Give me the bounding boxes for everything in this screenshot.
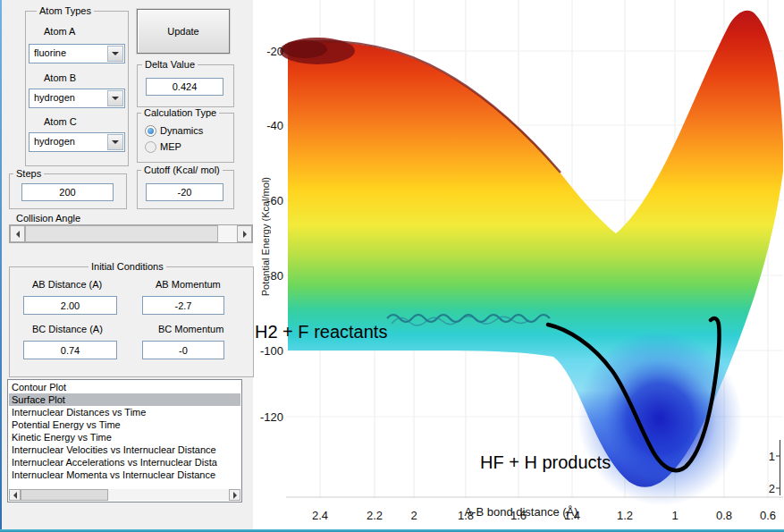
plot-area: -20 -40 -60 -80 -100 -120 Potential Ener… — [253, 0, 784, 532]
y-tick: -20 — [253, 45, 283, 58]
list-item-selected[interactable]: Surface Plot — [9, 393, 240, 406]
x-tick: 2.2 — [361, 509, 388, 522]
bc-tick: 2 — [766, 482, 775, 495]
dropdown-arrow-icon[interactable] — [107, 90, 123, 106]
x-tick: 2.4 — [307, 509, 333, 522]
ab-momentum-input[interactable] — [142, 296, 224, 315]
ab-distance-label: AB Distance (A) — [32, 279, 102, 290]
atom-a-label: Atom A — [44, 26, 75, 37]
steps-input[interactable] — [21, 183, 114, 201]
mep-radio[interactable] — [145, 141, 156, 153]
bc-tick: 1 — [766, 450, 775, 463]
list-item[interactable]: Internuclear Distances vs Time — [9, 406, 240, 418]
bc-distance-input[interactable] — [23, 341, 117, 359]
atom-c-label: Atom C — [44, 116, 77, 127]
bc-momentum-input[interactable] — [142, 341, 224, 359]
list-item[interactable]: Kinetic Energy vs Time — [9, 431, 240, 443]
dropdown-arrow-icon[interactable] — [107, 134, 123, 150]
scrollbar-thumb[interactable] — [21, 489, 108, 501]
atom-c-select[interactable]: hydrogen — [29, 132, 125, 152]
application-window: -20 -40 -60 -80 -100 -120 Potential Ener… — [0, 0, 784, 532]
dropdown-arrow-icon[interactable] — [107, 46, 123, 62]
x-tick: 0.6 — [754, 509, 781, 522]
list-item[interactable]: Internuclear Momenta vs Internuclear Dis… — [9, 469, 240, 481]
collision-angle-slider[interactable] — [9, 224, 253, 243]
reactants-annotation: H2 + F reactants — [255, 322, 387, 342]
update-button[interactable]: Update — [137, 9, 230, 54]
dynamics-radio[interactable] — [145, 125, 156, 137]
products-annotation: HF + H products — [480, 452, 611, 473]
listbox-hscrollbar[interactable] — [9, 489, 240, 501]
delta-value-group: Delta Value — [137, 64, 234, 107]
atom-b-value: hydrogen — [34, 92, 75, 103]
steps-group: Steps — [9, 173, 127, 209]
atom-b-label: Atom B — [44, 72, 76, 83]
steps-title: Steps — [13, 168, 44, 179]
list-item[interactable]: Internuclear Velocities vs Internuclear … — [9, 443, 240, 456]
window-border-left — [0, 0, 2, 532]
slider-thumb[interactable] — [25, 225, 218, 242]
atom-b-select[interactable]: hydrogen — [29, 89, 125, 108]
initial-conditions-group: Initial Conditions AB Distance (A) AB Mo… — [9, 266, 254, 377]
cutoff-input[interactable] — [146, 183, 223, 201]
x-tick: 0.8 — [711, 509, 738, 522]
slider-right-arrow[interactable] — [237, 225, 252, 242]
calculation-type-group: Calculation Type Dynamics MEP — [137, 113, 234, 163]
cutoff-group: Cutoff (Kcal/ mol) — [137, 170, 234, 209]
atom-types-title: Atom Types — [37, 5, 94, 16]
ab-momentum-label: AB Momentum — [156, 279, 221, 290]
x-axis-label: A-B bond distance (Å) — [405, 505, 637, 519]
delta-value-input[interactable] — [146, 78, 223, 96]
ab-distance-input[interactable] — [23, 296, 117, 315]
atom-c-value: hydrogen — [34, 136, 75, 147]
scrollbar-left-arrow[interactable] — [9, 489, 21, 501]
y-tick: -40 — [253, 119, 283, 132]
bc-axis-line — [776, 440, 780, 495]
delta-value-title: Delta Value — [142, 59, 198, 70]
scrollbar-right-arrow[interactable] — [229, 489, 240, 501]
cutoff-title: Cutoff (Kcal/ mol) — [141, 165, 223, 175]
list-item[interactable]: Potential Energy vs Time — [9, 418, 240, 431]
list-item[interactable]: Contour Plot — [9, 381, 240, 393]
atom-a-select[interactable]: fluorine — [29, 44, 125, 63]
y-tick: -120 — [253, 410, 283, 424]
atom-a-value: fluorine — [34, 47, 66, 58]
initial-conditions-title: Initial Conditions — [89, 261, 166, 272]
slider-track[interactable] — [25, 225, 237, 242]
bc-distance-label: BC Distance (A) — [32, 324, 103, 334]
atom-types-group: Atom Types Atom A fluorine Atom B hydrog… — [25, 11, 129, 166]
list-item[interactable]: Internuclear Accelerations vs Internucle… — [9, 456, 240, 469]
scrollbar-track[interactable] — [21, 489, 229, 501]
slider-left-arrow[interactable] — [10, 225, 25, 242]
y-tick: -100 — [253, 344, 283, 358]
x-tick: 1 — [662, 509, 688, 522]
collision-angle-label: Collision Angle — [16, 213, 80, 224]
mep-radio-label[interactable]: MEP — [160, 141, 181, 152]
listbox-items: Contour Plot Surface Plot Internuclear D… — [9, 381, 240, 489]
bc-momentum-label: BC Momentum — [158, 324, 223, 334]
y-axis-label: Potential Energy (Kcal/mol) — [260, 177, 271, 296]
calculation-type-title: Calculation Type — [141, 107, 219, 118]
plot-type-listbox[interactable]: Contour Plot Surface Plot Internuclear D… — [7, 379, 242, 502]
dynamics-radio-label[interactable]: Dynamics — [160, 125, 203, 136]
